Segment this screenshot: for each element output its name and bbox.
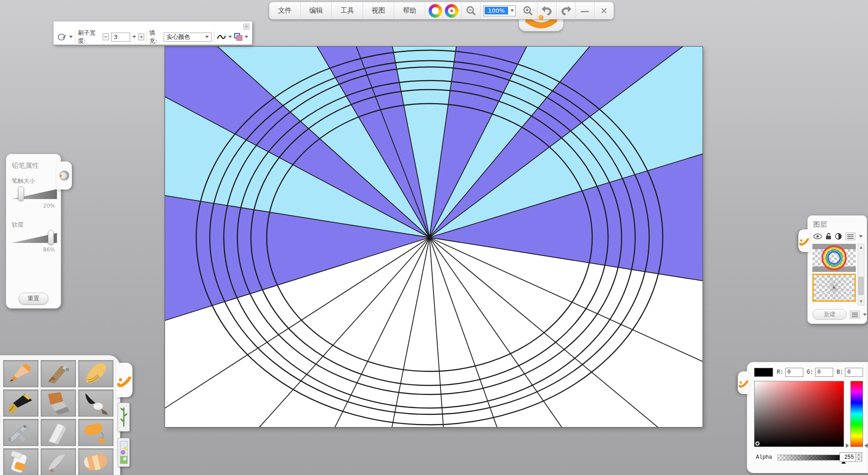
menu-help[interactable]: 帮助 — [394, 2, 425, 19]
paint-roller-icon — [80, 421, 112, 444]
scrollbar-thumb[interactable] — [859, 277, 863, 295]
mascot-eyes-button[interactable] — [425, 2, 462, 19]
width-increase-button[interactable]: + — [138, 33, 145, 40]
redo-button[interactable] — [557, 2, 576, 19]
drawing-canvas[interactable] — [165, 46, 703, 428]
menu-tools[interactable]: 工具 — [332, 2, 363, 19]
hue-slider[interactable] — [850, 381, 863, 447]
saturation-value-field[interactable] — [754, 381, 844, 447]
tool-paint-roller[interactable] — [78, 419, 113, 446]
alpha-label: Alpha — [756, 454, 772, 461]
shape-dropdown-icon[interactable] — [69, 36, 73, 38]
layers-scrollbar[interactable]: ▲ ▼ — [858, 244, 864, 305]
pencil-panel-title: 铅笔属性 — [12, 162, 55, 170]
reset-button[interactable]: 重置 — [19, 293, 48, 304]
drawer-handle-icon — [741, 376, 747, 389]
airbrush-icon — [5, 421, 37, 444]
zoom-level-value[interactable]: 100% — [485, 7, 508, 14]
lock-open-icon[interactable] — [826, 233, 831, 240]
alpha-spinner[interactable]: 255 ▲ ▼ — [840, 452, 862, 462]
layer-options-icon[interactable] — [850, 311, 860, 318]
smooth-curve-icon[interactable] — [217, 33, 226, 41]
brush-options-toolbar: ✕ 刷子宽度: − 3 + 填充: 实心颜色 — [53, 21, 252, 45]
softness-handle[interactable] — [48, 230, 54, 245]
plant-stamps-tab[interactable] — [118, 403, 130, 432]
tool-pencil[interactable] — [3, 360, 38, 387]
new-layer-button[interactable]: 新建 — [812, 309, 847, 320]
sv-selection-marker[interactable] — [755, 442, 760, 446]
picture-stamps-tab[interactable] — [118, 438, 130, 467]
tool-flat-brush[interactable] — [41, 390, 76, 417]
alpha-increase-icon[interactable]: ▲ — [856, 453, 862, 457]
zoom-in-button[interactable] — [519, 2, 538, 19]
curve-dropdown-icon[interactable] — [228, 36, 232, 38]
current-color-swatch[interactable] — [754, 368, 773, 377]
tool-ink-brush[interactable] — [78, 390, 113, 417]
stroke-size-handle[interactable] — [18, 186, 24, 201]
menu-view[interactable]: 视图 — [363, 2, 394, 19]
color-panel-drawer-handle[interactable] — [738, 371, 750, 394]
layers-panel: 图层 ▲ — [807, 215, 867, 324]
hue-marker-right-icon[interactable] — [864, 443, 868, 448]
layer-menu-dropdown-icon[interactable] — [859, 235, 863, 238]
blend-dropdown-icon[interactable] — [245, 36, 248, 38]
layer-menu-icon[interactable] — [845, 233, 855, 240]
tool-eraser[interactable] — [78, 448, 113, 475]
zoom-out-icon — [466, 5, 476, 16]
green-field[interactable]: 0 — [815, 368, 833, 377]
menu-edit[interactable]: 编辑 — [301, 2, 332, 19]
brush-width-label: 刷子宽度: — [78, 29, 100, 45]
alpha-slider[interactable] — [778, 455, 844, 461]
red-label: R: — [777, 369, 783, 375]
width-dropdown-icon[interactable] — [132, 36, 136, 38]
tool-palette-panel — [0, 355, 120, 475]
visibility-eye-icon[interactable] — [813, 233, 822, 239]
brush-width-value[interactable]: 3 — [111, 33, 130, 42]
layers-panel-drawer-handle[interactable] — [798, 229, 810, 252]
pencil-icon — [5, 362, 37, 385]
toolbar-close-icon[interactable]: ✕ — [243, 24, 250, 30]
menu-file[interactable]: 文件 — [269, 2, 301, 19]
contrast-icon[interactable] — [835, 233, 842, 240]
minimize-button[interactable]: — — [576, 2, 594, 19]
tool-charcoal[interactable] — [41, 360, 76, 387]
green-label: G: — [807, 369, 813, 375]
blue-field[interactable]: 0 — [845, 368, 863, 377]
scroll-down-icon[interactable]: ▼ — [858, 299, 864, 305]
layer-blend-icon[interactable] — [234, 33, 242, 41]
scroll-up-icon[interactable]: ▲ — [858, 244, 864, 251]
eraser-icon — [80, 450, 112, 474]
alpha-value[interactable]: 255 — [840, 453, 855, 461]
stroke-size-slider[interactable] — [12, 187, 57, 201]
alpha-decrease-icon[interactable]: ▼ — [856, 457, 862, 462]
pencil-panel-drawer-handle[interactable] — [57, 162, 72, 190]
palette-knife-icon — [42, 421, 74, 444]
tool-fountain-pen[interactable] — [3, 390, 38, 417]
zoom-level-field[interactable]: 100% — [483, 5, 516, 16]
fill-dropdown-icon — [205, 36, 209, 38]
bamboo-icon — [120, 406, 127, 428]
zoom-dropdown-icon[interactable] — [510, 10, 514, 12]
tool-leaf-knife[interactable] — [41, 448, 76, 475]
softness-slider[interactable] — [12, 231, 57, 245]
width-decrease-button[interactable]: − — [103, 33, 109, 40]
red-field[interactable]: 0 — [785, 368, 803, 377]
tool-airbrush[interactable] — [3, 419, 38, 446]
tool-palette-drawer-handle[interactable] — [116, 363, 132, 397]
tool-paint-tube[interactable] — [3, 448, 38, 475]
picture-icon — [120, 441, 128, 464]
tool-palette-knife[interactable] — [41, 419, 76, 446]
menubar: 文件 编辑 工具 视图 帮助 100% — [269, 2, 614, 19]
layer-options-dropdown-icon[interactable] — [863, 314, 867, 316]
layer-thumbnail-sunburst[interactable] — [812, 274, 856, 302]
layer-thumbnail-rainbow-ring[interactable] — [812, 244, 856, 272]
close-button[interactable]: ✕ — [594, 2, 613, 19]
layers-panel-title: 图层 — [813, 220, 863, 229]
fill-select[interactable]: 实心颜色 — [164, 33, 212, 42]
mascot-mouth-tab[interactable] — [519, 19, 563, 31]
zoom-out-button[interactable] — [462, 2, 481, 19]
shape-tool-icon[interactable] — [57, 33, 67, 42]
tool-crayon[interactable] — [78, 360, 113, 387]
fill-value: 实心颜色 — [166, 33, 205, 41]
hue-marker-left-icon[interactable] — [846, 443, 849, 448]
